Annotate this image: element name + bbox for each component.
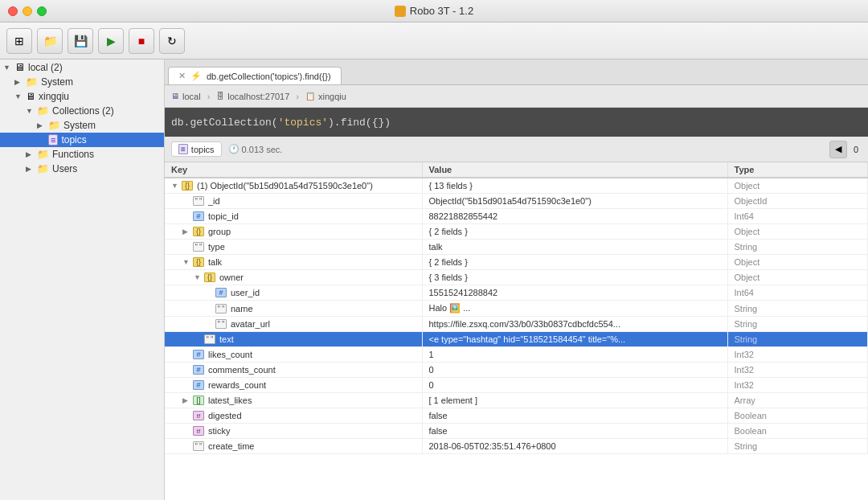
expand-arrow[interactable]: ▼ — [194, 273, 202, 281]
cell-key: #rewards_count — [165, 378, 422, 393]
key-type-icon: # — [193, 380, 204, 390]
nav-prev-button[interactable]: ◀ — [829, 141, 847, 158]
cell-value: { 2 fields } — [422, 255, 727, 270]
cell-type: Int32 — [727, 347, 868, 363]
server-small-icon: 🖥 — [171, 92, 179, 100]
results-collection-name: topics — [191, 145, 215, 154]
sidebar-item-collections[interactable]: ▼ 📁 Collections (2) — [0, 104, 164, 118]
table-row[interactable]: ""typetalkString — [165, 240, 868, 255]
expand-arrow[interactable]: ▶ — [182, 227, 190, 236]
refresh-button[interactable]: ↻ — [159, 28, 185, 54]
col-value: Value — [422, 162, 727, 178]
table-header-row: Key Value Type — [165, 162, 868, 178]
key-type-icon: {} — [193, 257, 204, 267]
table-row[interactable]: #comments_count0Int32 — [165, 363, 868, 378]
titlebar: Robo 3T - 1.2 — [0, 0, 868, 23]
cell-type: Boolean — [727, 408, 868, 424]
sidebar-item-topics[interactable]: ≡ topics — [0, 133, 164, 147]
sidebar-item-users[interactable]: ▶ 📁 Users — [0, 162, 164, 176]
key-type-icon: "" — [204, 334, 215, 344]
cell-type: String — [727, 332, 868, 347]
key-text: comments_count — [208, 365, 276, 375]
main-content: ▼ 🖥 local (2) ▶ 📁 System ▼ 🖥 xingqiu ▼ 📁… — [0, 59, 868, 500]
table-row[interactable]: ""nameHalo 🖼️ ...String — [165, 301, 868, 317]
table-row[interactable]: ▶{}group{ 2 fields }Object — [165, 224, 868, 240]
results-table-container: Key Value Type ▼{}(1) ObjectId("5b15d901… — [165, 162, 868, 500]
breadcrumb-local[interactable]: 🖥 local — [171, 92, 201, 101]
expand-arrow[interactable]: ▼ — [171, 182, 179, 190]
table-row[interactable]: tfdigestedfalseBoolean — [165, 408, 868, 424]
expand-arrow[interactable]: ▼ — [182, 258, 190, 266]
key-text: owner — [219, 273, 244, 282]
table-row[interactable]: ""text<e type="hashtag" hid="51852158445… — [165, 332, 868, 347]
toolbar: ⊞ 📁 💾 ▶ ■ ↻ — [0, 23, 868, 59]
table-row[interactable]: ""_idObjectId("5b15d901a54d751590c3e1e0"… — [165, 194, 868, 209]
table-row[interactable]: ""avatar_urlhttps://file.zsxq.com/33/b0/… — [165, 317, 868, 332]
sidebar-label-local: local (2) — [28, 62, 63, 73]
folder-icon: 📁 — [26, 76, 38, 88]
sidebar-item-local[interactable]: ▼ 🖥 local (2) — [0, 59, 164, 75]
table-row[interactable]: #rewards_count0Int32 — [165, 378, 868, 393]
close-icon[interactable]: ✕ — [178, 71, 186, 81]
table-row[interactable]: #topic_id88221882855442Int64 — [165, 209, 868, 224]
stop-button[interactable]: ■ — [129, 28, 154, 54]
sidebar-label-topics: topics — [61, 134, 86, 145]
cell-type: String — [727, 439, 868, 454]
results-time: 🕐 0.013 sec. — [228, 144, 283, 154]
connect-button[interactable]: ⊞ — [6, 28, 32, 54]
table-row[interactable]: ▼{}(1) ObjectId("5b15d901a54d751590c3e1e… — [165, 178, 868, 194]
key-type-icon: "" — [215, 304, 227, 314]
results-collection-tab[interactable]: ≡ topics — [171, 141, 222, 157]
nav-count-value: 0 — [850, 145, 862, 154]
folder-icon: 📁 — [37, 163, 49, 174]
key-type-icon: "" — [193, 242, 204, 252]
minimize-button[interactable] — [23, 6, 32, 16]
close-button[interactable] — [8, 6, 18, 16]
sidebar-item-system-top[interactable]: ▶ 📁 System — [0, 75, 164, 89]
db-icon: 🗄 — [216, 92, 224, 100]
query-tab[interactable]: ✕ ⚡ db.getCollection('topics').find({}) — [168, 67, 342, 84]
cell-key: ""type — [165, 240, 422, 255]
folder-icon: 📁 — [37, 105, 49, 117]
table-row[interactable]: ▼{}talk{ 2 fields }Object — [165, 255, 868, 270]
table-row[interactable]: ▶[]latest_likes[ 1 element ]Array — [165, 393, 868, 408]
col-type: Type — [727, 162, 868, 178]
maximize-button[interactable] — [37, 6, 47, 16]
key-type-icon: # — [193, 365, 204, 375]
cell-type: ObjectId — [727, 194, 868, 209]
expand-arrow[interactable]: ▶ — [182, 396, 190, 404]
expand-arrow: ▼ — [3, 64, 11, 72]
table-row[interactable]: #user_id15515241288842Int64 — [165, 285, 868, 301]
cell-value: { 3 fields } — [422, 270, 727, 285]
key-text: talk — [208, 257, 222, 267]
sidebar-label-system-col: System — [63, 120, 96, 131]
open-button[interactable]: 📁 — [37, 28, 63, 54]
key-type-icon: [] — [193, 395, 204, 405]
cell-key: #topic_id — [165, 209, 422, 224]
query-bar: db.getCollection('topics').find({}) — [165, 108, 868, 137]
sidebar-label-functions: Functions — [52, 149, 94, 160]
save-button[interactable]: 💾 — [68, 28, 93, 54]
cell-key: ▼{}owner — [165, 270, 422, 285]
cell-value: { 13 fields } — [422, 178, 727, 194]
cell-type: String — [727, 317, 868, 332]
sidebar-item-system-col[interactable]: ▶ 📁 System — [0, 118, 164, 133]
robo-icon — [395, 6, 406, 17]
sidebar-item-functions[interactable]: ▶ 📁 Functions — [0, 147, 164, 162]
breadcrumb-host[interactable]: 🗄 localhost:27017 — [216, 92, 289, 101]
key-type-icon: tf — [193, 411, 204, 420]
table-row[interactable]: tfstickyfalseBoolean — [165, 424, 868, 439]
cell-key: ▶{}group — [165, 224, 422, 240]
table-row[interactable]: #likes_count1Int32 — [165, 347, 868, 363]
cell-type: Object — [727, 270, 868, 285]
key-type-icon: {} — [193, 227, 204, 236]
cell-type: Array — [727, 393, 868, 408]
breadcrumb-db[interactable]: 📋 xingqiu — [305, 92, 346, 101]
run-button[interactable]: ▶ — [98, 28, 124, 54]
table-row[interactable]: ""create_time2018-06-05T02:35:51.476+080… — [165, 439, 868, 454]
query-text: db.getCollection('topics').find({}) — [171, 117, 391, 129]
table-row[interactable]: ▼{}owner{ 3 fields }Object — [165, 270, 868, 285]
right-panel: ✕ ⚡ db.getCollection('topics').find({}) … — [165, 59, 868, 500]
cell-value: 0 — [422, 363, 727, 378]
sidebar-item-xingqiu[interactable]: ▼ 🖥 xingqiu — [0, 89, 164, 104]
